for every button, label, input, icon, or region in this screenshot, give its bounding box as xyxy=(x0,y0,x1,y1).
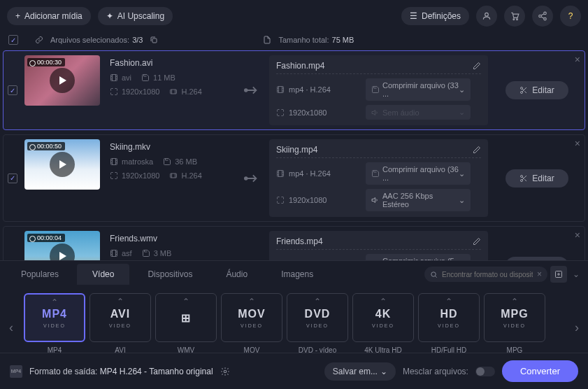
format-logo: MOV xyxy=(238,308,265,320)
clear-search-icon[interactable]: × xyxy=(537,269,542,279)
chevron-up-icon: ⌃ xyxy=(248,297,255,306)
audio-dropdown[interactable]: Sem áudio⌄ xyxy=(366,105,471,120)
tab-images[interactable]: Imagens xyxy=(266,264,329,285)
arrow-icon xyxy=(244,139,264,217)
edit-name-icon[interactable] xyxy=(473,62,481,70)
tab-audio[interactable]: Áudio xyxy=(210,264,263,285)
chevron-up-icon: ⌃ xyxy=(511,297,518,306)
chevron-up-icon: ⌃ xyxy=(117,297,124,306)
link-icon xyxy=(35,36,43,44)
document-icon xyxy=(263,36,271,44)
format-card[interactable]: ⌃ AVI VIDEO AVI xyxy=(89,293,151,362)
save-to-dropdown[interactable]: Salvar em... ⌄ xyxy=(324,362,396,381)
format-logo: HD xyxy=(440,308,457,320)
svg-rect-19 xyxy=(111,250,117,257)
row-checkbox[interactable] xyxy=(8,85,17,95)
format-card[interactable]: ⌃ 4K VIDEO 4K Ultra HD xyxy=(352,293,414,362)
edit-name-icon[interactable] xyxy=(473,237,481,246)
remove-file-icon[interactable]: × xyxy=(575,138,580,149)
total-label: Tamanho total: xyxy=(278,36,329,44)
svg-point-11 xyxy=(521,87,523,90)
remove-file-icon[interactable]: × xyxy=(575,54,580,65)
convert-button[interactable]: Converter xyxy=(502,360,578,382)
format-sublabel: VIDEO xyxy=(43,323,66,328)
chevron-up-icon: ⌃ xyxy=(445,297,452,306)
help-button[interactable]: ? xyxy=(560,6,581,27)
cart-button[interactable] xyxy=(504,6,525,27)
add-media-button[interactable]: + Adicionar mídia xyxy=(7,7,91,25)
tab-devices[interactable]: Dispositivos xyxy=(132,264,208,285)
carousel-next[interactable]: › xyxy=(568,306,585,348)
carousel-prev[interactable]: ‹ xyxy=(3,306,20,348)
gear-icon[interactable] xyxy=(220,367,230,376)
search-icon xyxy=(430,271,438,278)
thumbnail[interactable]: 00:00:30 xyxy=(24,55,100,106)
svg-point-17 xyxy=(521,175,523,177)
remove-file-icon[interactable]: × xyxy=(575,229,580,241)
file-row[interactable]: 00:00:04 Friends.wmv asf 3 MB 1920x1080 … xyxy=(3,226,585,260)
select-all-checkbox[interactable] xyxy=(8,35,18,45)
duration-badge: 00:00:04 xyxy=(27,234,65,242)
preset-button[interactable] xyxy=(550,266,567,283)
file-row[interactable]: 00:00:30 Fashion.avi avi 11 MB 1920x1080… xyxy=(3,50,585,130)
copy-icon[interactable] xyxy=(150,36,158,44)
svg-point-15 xyxy=(245,177,248,180)
compress-dropdown[interactable]: Comprimir arquivo (36 ...⌄ xyxy=(366,162,471,185)
tab-video[interactable]: Vídeo xyxy=(77,264,129,285)
collapse-icon[interactable]: ⌄ xyxy=(570,269,582,279)
play-icon[interactable] xyxy=(50,243,75,260)
format-sublabel: VIDEO xyxy=(438,323,460,328)
share-button[interactable] xyxy=(532,6,553,27)
output-resolution: 1920x1080 xyxy=(276,196,359,204)
format-sublabel: VIDEO xyxy=(306,323,329,328)
format-card[interactable]: ⌃ HD VIDEO HD/Full HD xyxy=(418,293,480,362)
audio-dropdown[interactable]: AAC 256 Kbps Estéreo⌄ xyxy=(366,189,471,211)
output-format-label: Formato de saída: MP4 H.264 - Tamanho or… xyxy=(29,367,213,376)
settings-button[interactable]: ☰ Definições xyxy=(401,7,469,25)
format-card[interactable]: ⌃ MP4 VIDEO MP4 xyxy=(24,293,85,362)
format-sublabel: VIDEO xyxy=(109,323,131,328)
output-filename[interactable]: Friends.mp4 xyxy=(276,236,467,246)
chevron-down-icon: ⌄ xyxy=(459,108,465,117)
output-resolution: 1920x1080 xyxy=(276,108,359,117)
svg-point-4 xyxy=(539,15,542,17)
output-filename[interactable]: Fashion.mp4 xyxy=(276,61,467,71)
svg-rect-14 xyxy=(171,174,177,178)
chevron-down-icon: ⌄ xyxy=(459,169,465,178)
chevron-down-icon: ⌄ xyxy=(459,85,465,94)
tab-popular[interactable]: Populares xyxy=(6,264,74,285)
format-card[interactable]: ⌃ MPG VIDEO MPG xyxy=(484,293,545,362)
size-meta: 11 MB xyxy=(141,73,175,82)
compress-dropdown[interactable]: Comprimir arquivo (5 MB)⌄ xyxy=(366,254,471,260)
format-tabs: Populares Vídeo Dispositivos Áudio Image… xyxy=(0,261,588,288)
size-meta: 36 MB xyxy=(163,157,197,166)
play-icon[interactable] xyxy=(50,68,75,93)
format-search[interactable]: × xyxy=(424,267,547,282)
svg-rect-16 xyxy=(278,171,284,177)
user-button[interactable] xyxy=(476,6,497,27)
merge-toggle[interactable] xyxy=(475,367,495,376)
compress-dropdown[interactable]: Comprimir arquivo (33 ...⌄ xyxy=(366,78,471,101)
size-meta: 3 MB xyxy=(142,249,172,257)
chevron-up-icon: ⌃ xyxy=(314,297,321,306)
menu-icon: ☰ xyxy=(410,11,417,21)
edit-name-icon[interactable] xyxy=(473,146,481,154)
chevron-down-icon: ⌄ xyxy=(459,196,465,205)
formats-panel: Populares Vídeo Dispositivos Áudio Image… xyxy=(0,260,588,365)
svg-rect-10 xyxy=(278,87,284,93)
container-meta: avi xyxy=(110,73,131,82)
vcodec-meta: H.264 xyxy=(169,171,201,180)
search-input[interactable] xyxy=(442,271,533,278)
output-filename[interactable]: Skiing.mp4 xyxy=(276,145,467,155)
play-icon[interactable] xyxy=(50,152,75,177)
thumbnail[interactable]: 00:00:04 xyxy=(24,231,100,260)
thumbnail[interactable]: 00:00:50 xyxy=(24,139,100,190)
row-checkbox[interactable] xyxy=(8,174,17,183)
file-row[interactable]: 00:00:50 Skiing.mkv matroska 36 MB 1920x… xyxy=(3,134,585,222)
format-card[interactable]: ⌃ MOV VIDEO MOV xyxy=(221,293,282,362)
format-card[interactable]: ⌃ ⊞ WMV xyxy=(155,293,217,362)
edit-button[interactable]: Editar xyxy=(505,169,568,188)
edit-button[interactable]: Editar xyxy=(505,81,568,99)
ai-upscaling-button[interactable]: ✦ AI Upscaling xyxy=(98,7,173,25)
format-card[interactable]: ⌃ DVD VIDEO DVD - vídeo compatível xyxy=(287,293,348,362)
